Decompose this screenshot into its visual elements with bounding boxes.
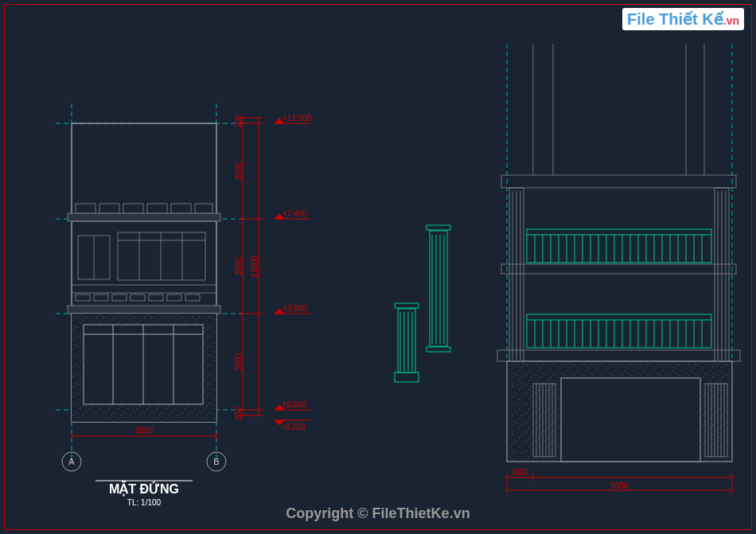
svg-rect-10 <box>123 204 143 213</box>
svg-rect-111 <box>501 264 736 274</box>
left-elevation: 5000 A B 200 3600 3600 3800 200 11000 +1… <box>56 103 312 507</box>
drawing-title: MẶT ĐỨNG <box>109 480 179 497</box>
elev-11: +11.000 <box>283 114 312 123</box>
dim-200-top: 200 <box>234 114 243 127</box>
svg-rect-11 <box>147 204 167 213</box>
svg-rect-67 <box>395 372 419 382</box>
svg-rect-27 <box>131 294 145 301</box>
svg-rect-12 <box>171 204 191 213</box>
svg-rect-13 <box>195 204 212 213</box>
svg-rect-138 <box>561 378 700 462</box>
elev-0: ±0.000 <box>283 400 307 409</box>
svg-rect-8 <box>76 204 95 213</box>
watermark-suffix: .vn <box>723 14 739 27</box>
cad-drawing: 5000 A B 200 3600 3600 3800 200 11000 +1… <box>0 0 756 534</box>
elev-n02: -0.200 <box>283 423 306 431</box>
svg-rect-23 <box>72 285 216 293</box>
svg-rect-18 <box>118 232 205 280</box>
axis-a: A <box>68 457 75 466</box>
dim-3600-b: 3600 <box>234 257 243 275</box>
dim-8000: 8000 <box>610 481 629 490</box>
watermark-logo: File Thiết Kế.vn <box>622 8 744 30</box>
svg-rect-59 <box>427 225 450 230</box>
svg-rect-15 <box>72 221 216 314</box>
copyright-text: Copyright © FileThietKe.vn <box>286 505 470 522</box>
watermark-brand: File Thiết Kế <box>627 10 723 28</box>
elev-74: +7.400 <box>283 209 307 218</box>
column-details <box>395 225 450 382</box>
dim-200-bot: 200 <box>234 407 243 420</box>
svg-rect-30 <box>185 294 200 301</box>
svg-rect-87 <box>527 229 711 263</box>
axis-b: B <box>213 457 219 466</box>
svg-rect-26 <box>112 294 127 301</box>
svg-rect-14 <box>68 213 220 221</box>
right-elevation: 1000 8000 <box>497 44 740 494</box>
dim-1000: 1000 <box>511 468 529 477</box>
elev-38: +3.800 <box>283 304 307 313</box>
dim-11000: 11000 <box>250 255 259 278</box>
svg-rect-25 <box>94 294 108 301</box>
svg-rect-31 <box>68 306 220 314</box>
drawing-scale: TL: 1/100 <box>127 498 162 507</box>
svg-rect-29 <box>167 294 181 301</box>
dim-3800: 3800 <box>234 353 243 371</box>
dim-3600-a: 3600 <box>234 162 243 180</box>
svg-rect-9 <box>99 204 119 213</box>
svg-rect-66 <box>395 303 419 308</box>
svg-rect-136 <box>497 350 740 361</box>
svg-rect-112 <box>527 314 711 348</box>
svg-rect-78 <box>501 175 736 188</box>
elev-markers: +11.000 +7.400 +3.800 ±0.000 -0.200 <box>275 114 312 431</box>
svg-rect-24 <box>76 294 90 301</box>
svg-rect-60 <box>427 347 450 352</box>
svg-rect-28 <box>149 294 163 301</box>
dim-5000: 5000 <box>135 427 154 435</box>
